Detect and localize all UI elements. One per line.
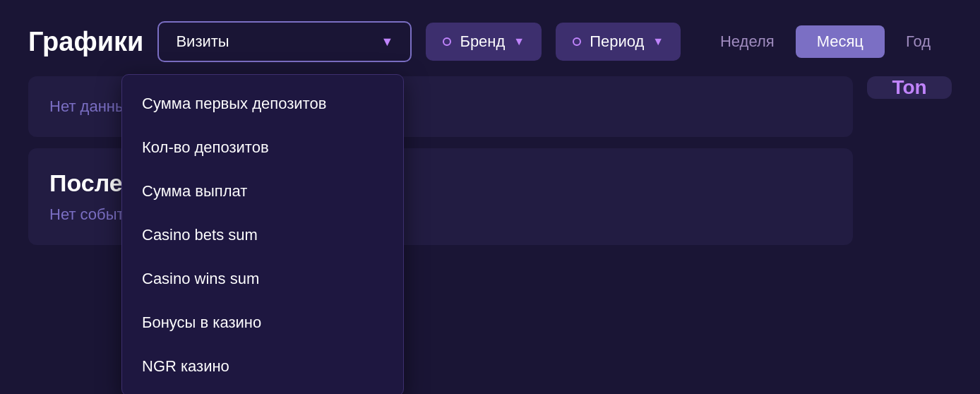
period-dot-icon xyxy=(573,37,581,46)
dropdown-item-6[interactable]: NGR казино xyxy=(122,345,403,388)
period-week-button[interactable]: Неделя xyxy=(699,25,796,58)
right-panel-label: Ton xyxy=(892,76,926,99)
period-chevron-icon: ▼ xyxy=(652,35,664,48)
brand-chevron-icon: ▼ xyxy=(513,35,525,48)
dropdown-item-0[interactable]: Сумма первых депозитов xyxy=(122,82,403,126)
dropdown-menu: Сумма первых депозитов Кол-во депозитов … xyxy=(121,74,404,394)
dropdown-item-2[interactable]: Сумма выплат xyxy=(122,169,403,213)
period-filter-button[interactable]: Период ▼ xyxy=(556,23,681,61)
page-title: Графики xyxy=(28,27,143,57)
period-month-button[interactable]: Месяц xyxy=(796,25,885,58)
dropdown-selected-label: Визиты xyxy=(176,32,229,51)
page-container: Графики Визиты ▼ Бренд ▼ Период ▼ Неделя… xyxy=(0,0,980,394)
right-panel: Ton xyxy=(867,76,952,99)
dropdown-item-1[interactable]: Кол-во депозитов xyxy=(122,126,403,169)
brand-filter-label: Бренд xyxy=(460,32,505,51)
dropdown-chevron-icon: ▼ xyxy=(381,35,394,49)
dropdown-item-casino-wins[interactable]: Casino wins sum xyxy=(122,257,403,301)
period-year-button[interactable]: Год xyxy=(885,25,952,58)
brand-dot-icon xyxy=(443,37,451,46)
period-bar: Неделя Месяц Год xyxy=(699,25,952,58)
main-dropdown[interactable]: Визиты ▼ xyxy=(157,21,412,62)
dropdown-item-5[interactable]: Бонусы в казино xyxy=(122,301,403,345)
top-bar: Графики Визиты ▼ Бренд ▼ Период ▼ Неделя… xyxy=(28,21,952,62)
brand-filter-button[interactable]: Бренд ▼ xyxy=(426,23,542,61)
period-filter-label: Период xyxy=(590,32,644,51)
dropdown-item-casino-bets[interactable]: Casino bets sum xyxy=(122,213,403,257)
